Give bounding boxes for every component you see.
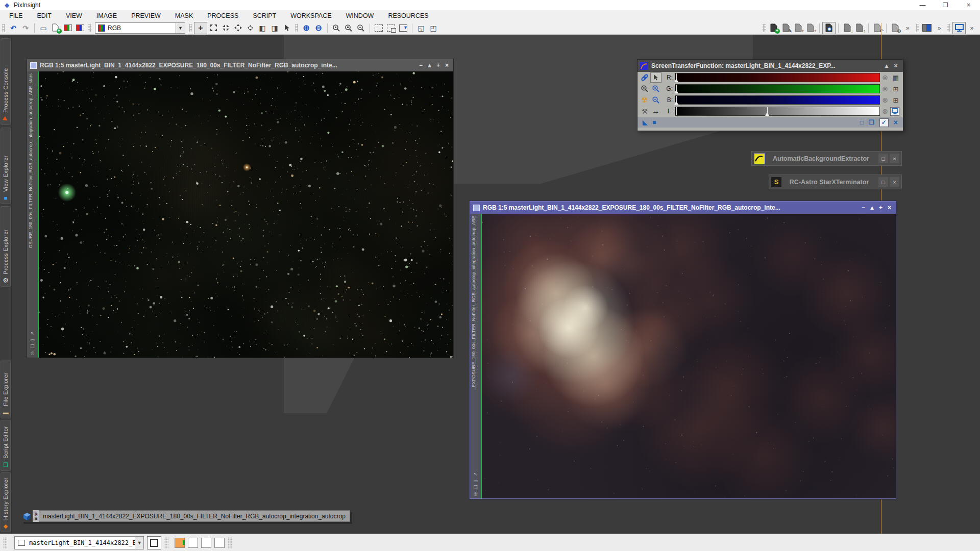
move-tool-icon[interactable]: + xyxy=(194,22,207,34)
toolbar-overflow-icon[interactable]: » xyxy=(933,22,945,34)
shrink-window-icon[interactable] xyxy=(219,22,232,34)
stf-green-track-icon[interactable]: ⊞ xyxy=(890,85,901,93)
process-save-icon[interactable]: ↑ xyxy=(853,22,866,34)
zoom-fit-icon[interactable] xyxy=(342,22,355,34)
preview-arrow-icon[interactable]: ▼ xyxy=(397,22,409,34)
sidebar-tab-view-explorer[interactable]: View Explorer ■ xyxy=(1,128,11,204)
menu-view[interactable]: VIEW xyxy=(59,10,89,21)
side-rect-icon[interactable]: ▭ xyxy=(30,337,35,342)
channel-selector[interactable]: RGB ▼ xyxy=(95,22,185,34)
toolbar-grip[interactable] xyxy=(2,24,5,32)
menu-process[interactable]: PROCESS xyxy=(200,10,246,21)
restore-view-icon[interactable]: ◰ xyxy=(427,22,439,34)
menu-resources[interactable]: RESOURCES xyxy=(381,10,435,21)
texture-palette-icon[interactable] xyxy=(921,22,933,34)
nebula-image-view[interactable] xyxy=(482,214,896,498)
stars-window-titlebar[interactable]: RGB 1:5 masterLight_BIN_1_4144x2822_EXPO… xyxy=(27,59,453,71)
toolbar-grip[interactable] xyxy=(947,24,950,32)
channel-dropdown-arrow[interactable]: ▼ xyxy=(176,23,185,33)
stf-monitor-icon[interactable] xyxy=(890,107,901,116)
starxterminator-collapsed-window[interactable]: S RC-Astro StarXTerminator □ × xyxy=(769,174,902,189)
stf-new-instance-icon[interactable]: ❐ xyxy=(869,119,874,126)
undo-icon[interactable]: ↶ xyxy=(7,22,19,34)
minimized-image-taskbar-item[interactable]: XISF masterLight_BIN_1_4144x2822_EXPOSUR… xyxy=(21,510,350,522)
toolbar-grip[interactable] xyxy=(88,24,91,32)
workspace-4-button[interactable] xyxy=(214,538,225,548)
nebula-canvas[interactable] xyxy=(482,214,896,498)
side-cursor-icon[interactable]: ↖ xyxy=(31,331,35,336)
zoom-11-icon[interactable] xyxy=(330,22,342,34)
toolbar-grip[interactable] xyxy=(763,24,766,32)
menu-script[interactable]: SCRIPT xyxy=(246,10,283,21)
readout-cursor-icon[interactable] xyxy=(281,22,293,34)
wrench-icon[interactable]: ⚒ xyxy=(639,106,650,116)
menu-window[interactable]: WINDOW xyxy=(339,10,381,21)
sidebar-tab-process-explorer[interactable]: Process Explorer ⚙ xyxy=(1,206,11,287)
stars-close-button[interactable]: × xyxy=(443,62,451,69)
zoom-in-icon[interactable]: ⊕ xyxy=(300,22,312,34)
clone-preview-icon[interactable] xyxy=(385,22,397,34)
expand-window-icon[interactable] xyxy=(207,22,219,34)
app-minimize-button[interactable]: — xyxy=(911,0,934,10)
stars-zoom-button[interactable]: + xyxy=(434,62,443,69)
redo-icon[interactable]: ↷ xyxy=(19,22,32,34)
sxt-close-button[interactable]: × xyxy=(890,177,899,187)
link-rgb-icon[interactable] xyxy=(639,72,650,83)
zoom-track-icon[interactable] xyxy=(639,84,650,94)
stf-red-reset-icon[interactable]: ⊗ xyxy=(880,73,890,82)
sidebar-tab-file-explorer[interactable]: File Explorer ▬ xyxy=(1,360,11,418)
horizontal-range-icon[interactable]: ↔ xyxy=(650,106,662,116)
toolbar-overflow-icon[interactable]: » xyxy=(901,22,914,34)
stf-lum-reset-icon[interactable]: ⊗ xyxy=(880,107,890,115)
process-new-instance-icon[interactable]: + xyxy=(768,22,780,34)
process-settings-icon[interactable]: ⚙ xyxy=(889,22,901,34)
stf-dialog[interactable]: ScreenTransferFunction: masterLight_BIN_… xyxy=(637,59,903,131)
image-window-stars[interactable]: RGB 1:5 masterLight_BIN_1_4144x2822_EXPO… xyxy=(27,59,454,358)
nebula-window-titlebar[interactable]: RGB 1:5 masterLight_BIN_1_4144x2822_EXPO… xyxy=(470,202,896,214)
zoom-out-icon[interactable]: ⊖ xyxy=(312,22,325,34)
toolbar-grip[interactable] xyxy=(295,24,298,32)
zoom-to-optimal-icon[interactable] xyxy=(244,22,256,34)
app-close-button[interactable]: × xyxy=(957,0,980,10)
stf-shade-button[interactable]: ▴ xyxy=(882,62,891,69)
side-center-icon[interactable]: ◎ xyxy=(474,491,478,496)
view-selector-combo[interactable]: masterLight_BIN_1_4144x2822_EXP ▼ xyxy=(14,536,144,549)
app-restore-button[interactable]: ❐ xyxy=(934,0,957,10)
side-center-icon[interactable]: ◎ xyxy=(31,350,35,356)
stars-window-side-panel[interactable]: OSURE_180_00s_FILTER_NoFilter_RGB_autocr… xyxy=(27,71,39,358)
stars-shade-button[interactable]: ▴ xyxy=(425,62,434,69)
set-identifier-icon[interactable]: ▭ xyxy=(37,22,50,34)
stf-blue-track-icon[interactable]: ⊞ xyxy=(890,96,901,104)
menu-preview[interactable]: PREVIEW xyxy=(124,10,168,21)
toolbar-overflow-icon[interactable]: » xyxy=(966,22,978,34)
stf-lum-slider[interactable] xyxy=(675,107,880,116)
stf-titlebar[interactable]: ScreenTransferFunction: masterLight_BIN_… xyxy=(638,60,903,72)
rgb-image-icon[interactable] xyxy=(62,22,74,34)
side-rect-icon[interactable]: ▭ xyxy=(473,478,478,483)
workspace-1-button[interactable] xyxy=(175,538,185,548)
stf-apply-square-icon[interactable]: ■ xyxy=(652,119,656,126)
starfield-canvas[interactable] xyxy=(39,71,453,358)
toolbar-grip[interactable] xyxy=(916,24,919,32)
side-duplicate-icon[interactable]: ❐ xyxy=(30,344,34,349)
statusbar-grip[interactable] xyxy=(228,537,232,548)
stf-close-button[interactable]: × xyxy=(891,62,900,69)
process-clone-icon[interactable]: + xyxy=(792,22,804,34)
side-cursor-icon[interactable]: ↖ xyxy=(474,471,478,477)
view-dropdown-arrow[interactable]: ▼ xyxy=(135,537,143,549)
sidebar-tab-history-explorer[interactable]: History Explorer ◆ xyxy=(1,472,11,532)
stf-black-pattern-icon[interactable]: ▦ xyxy=(890,74,901,82)
fit-view-half-alt-icon[interactable]: ◨ xyxy=(268,22,281,34)
stf-green-reset-icon[interactable]: ⊗ xyxy=(880,85,890,93)
nebula-minimize-button[interactable]: − xyxy=(859,204,868,211)
process-add-icon[interactable]: + xyxy=(804,22,817,34)
fit-view-half-icon[interactable]: ◧ xyxy=(256,22,268,34)
radiation-boost-icon[interactable]: ☢ xyxy=(639,95,650,105)
sidebar-tab-process-console[interactable]: Process Console ▶ xyxy=(1,38,11,125)
zoom-out-mag-icon[interactable] xyxy=(650,95,662,105)
new-preview-icon[interactable] xyxy=(373,22,385,34)
toolbar-grip[interactable] xyxy=(189,24,192,32)
menu-image[interactable]: IMAGE xyxy=(89,10,124,21)
screen-stf-icon[interactable] xyxy=(952,22,966,34)
zoom-in-mag-icon[interactable] xyxy=(650,84,662,94)
